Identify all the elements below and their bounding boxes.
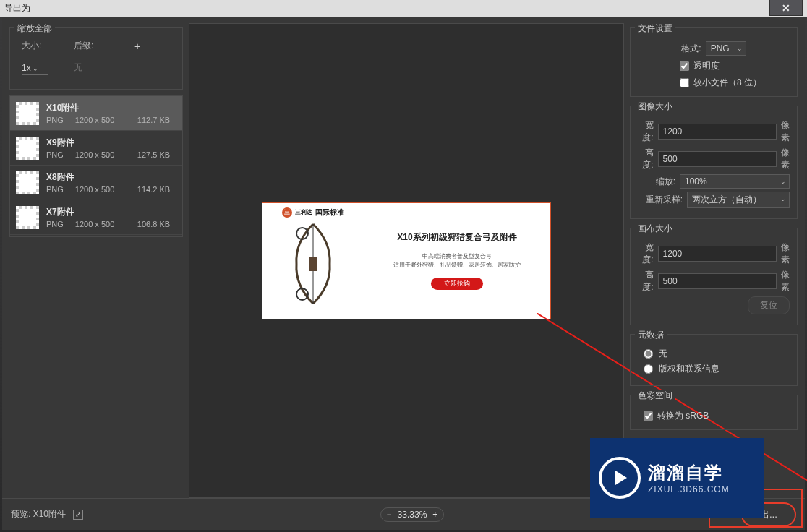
height-input[interactable] — [658, 151, 777, 167]
asset-thumbnail — [16, 171, 39, 194]
watermark-title: 溜溜自学 — [648, 461, 730, 484]
canvas-size-section: 画布大小 宽度: 像素 高度: 像素 复位 — [630, 228, 798, 325]
asset-row[interactable]: X10附件 PNG 1200 x 500 112.7 KB — [10, 96, 182, 131]
add-scale-button[interactable]: + — [134, 40, 140, 52]
asset-format: PNG — [46, 185, 64, 194]
asset-format: PNG — [46, 150, 64, 159]
asset-thumbnail — [16, 102, 39, 125]
format-label: 格式: — [681, 43, 701, 55]
asset-size: 127.5 KB — [137, 150, 170, 159]
left-panel: 缩放全部 大小: 后缀: + 1x⌄ — [9, 23, 183, 498]
canvas-width-input[interactable] — [658, 246, 777, 262]
size-label: 大小: — [22, 40, 61, 52]
preview-area[interactable]: 三 三利达 国际标准 — [189, 23, 624, 498]
preview-label: 预览: X10附件 — [11, 508, 66, 520]
colorspace-section: 色彩空间 转换为 sRGB — [630, 395, 798, 430]
zoom-value: 33.33% — [398, 510, 427, 520]
preview-canvas: 三 三利达 国际标准 — [262, 202, 551, 319]
height-label: 高度: — [638, 147, 654, 171]
width-input[interactable] — [658, 124, 777, 140]
image-size-section: 图像大小 宽度: 像素 高度: 像素 缩放: 100%⌄ 重新采样: — [630, 106, 798, 219]
right-panel: 文件设置 格式: PNG⌄ 透明度 较小文件（8 位） 图像大小 宽度: — [630, 23, 798, 498]
window-title: 导出为 — [4, 2, 30, 14]
asset-format: PNG — [46, 116, 64, 124]
watermark-play-icon — [599, 457, 641, 499]
preview-logo: 三 三利达 国际标准 — [282, 207, 344, 218]
scale-all-section: 缩放全部 大小: 后缀: + 1x⌄ — [9, 27, 183, 90]
asset-size: 106.8 KB — [137, 220, 170, 228]
asset-name: X9附件 — [46, 137, 176, 149]
preview-cta: 立即抢购 — [431, 278, 483, 290]
asset-dim: 1200 x 500 — [75, 116, 126, 124]
asset-size: 112.7 KB — [137, 116, 170, 124]
suffix-input[interactable] — [74, 61, 114, 74]
width-label: 宽度: — [638, 119, 654, 144]
format-select[interactable]: PNG⌄ — [706, 41, 746, 56]
asset-size: 114.2 KB — [137, 185, 170, 194]
scale-section-label: 缩放全部 — [14, 22, 55, 35]
zoom-control[interactable]: − 33.33% + — [380, 507, 445, 522]
watermark-url: ZIXUE.3D66.COM — [648, 484, 730, 494]
canvas-height-input[interactable] — [658, 273, 777, 289]
asset-thumbnail — [16, 206, 39, 229]
asset-dim: 1200 x 500 — [75, 220, 126, 228]
preview-title: X10系列初级狩猎复合弓及附件 — [397, 231, 516, 244]
zoom-out-icon[interactable]: − — [387, 510, 392, 520]
close-button[interactable]: ✕ — [769, 0, 803, 16]
transparency-checkbox[interactable] — [680, 61, 689, 71]
suffix-label: 后缀: — [74, 40, 121, 52]
asset-dim: 1200 x 500 — [75, 185, 126, 194]
asset-name: X10附件 — [46, 102, 176, 114]
asset-name: X7附件 — [46, 206, 176, 218]
reset-button[interactable]: 复位 — [748, 296, 790, 314]
preview-subtitle: 中高端消费者普及型复合弓 适用于野外狩猎、礼品馈赠、家居装饰、居家防护 — [393, 252, 521, 268]
asset-name: X8附件 — [46, 171, 176, 184]
asset-row[interactable]: X8附件 PNG 1200 x 500 114.2 KB — [10, 166, 182, 200]
scale-pct-label: 缩放: — [638, 176, 675, 188]
resample-select[interactable]: 两次立方（自动）⌄ — [687, 192, 790, 208]
metadata-section: 元数据 无 版权和联系信息 — [630, 334, 798, 386]
asset-row[interactable]: X7附件 PNG 1200 x 500 106.8 KB — [10, 200, 182, 235]
title-bar: 导出为 ✕ — [0, 0, 807, 17]
resample-label: 重新采样: — [638, 194, 683, 206]
asset-list: X10附件 PNG 1200 x 500 112.7 KB X9附件 PNG — [9, 95, 183, 237]
small-file-label: 较小文件（8 位） — [693, 77, 761, 89]
small-file-checkbox[interactable] — [680, 78, 689, 87]
watermark: 溜溜自学 ZIXUE.3D66.COM — [590, 438, 764, 518]
asset-thumbnail — [16, 137, 39, 160]
svg-rect-3 — [309, 257, 317, 271]
fit-icon[interactable]: ⤢ — [73, 510, 83, 520]
scale-pct-select[interactable]: 100%⌄ — [680, 174, 790, 189]
asset-dim: 1200 x 500 — [75, 150, 126, 159]
metadata-copyright-radio[interactable]: 版权和联系信息 — [644, 363, 790, 375]
asset-row[interactable]: X9附件 PNG 1200 x 500 127.5 KB — [10, 131, 182, 166]
asset-format: PNG — [46, 220, 64, 228]
scale-select[interactable]: 1x⌄ — [22, 61, 48, 75]
file-settings-section: 文件设置 格式: PNG⌄ 透明度 较小文件（8 位） — [630, 27, 798, 97]
bow-image — [288, 220, 338, 307]
metadata-none-radio[interactable]: 无 — [644, 348, 790, 360]
srgb-checkbox[interactable] — [644, 411, 653, 421]
zoom-in-icon[interactable]: + — [432, 510, 437, 520]
transparency-label: 透明度 — [693, 60, 720, 72]
